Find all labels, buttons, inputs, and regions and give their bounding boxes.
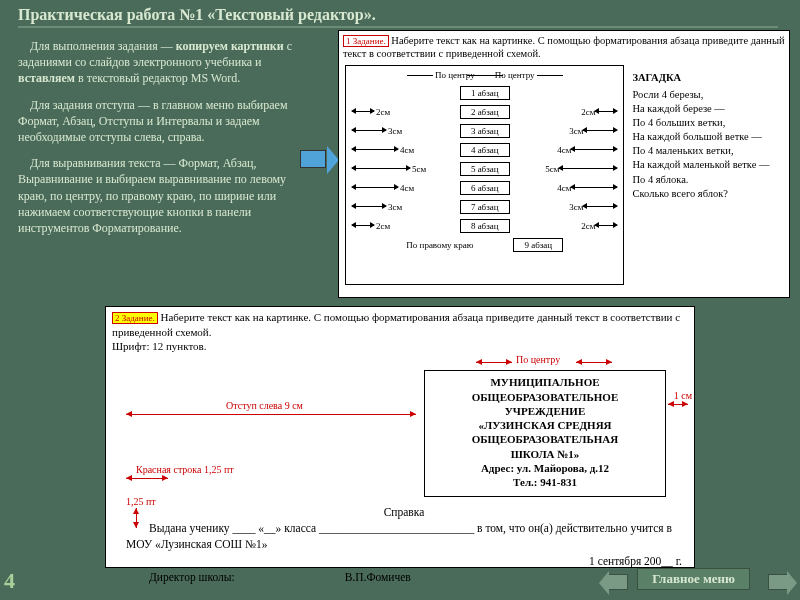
- paragraph-row: 3см7 абзац3см: [352, 197, 617, 216]
- indent-arrow-icon: [583, 206, 617, 207]
- paragraph-box: 8 абзац: [460, 219, 510, 233]
- paragraph-row: 2см2 абзац2см: [352, 102, 617, 121]
- indent-label: 4см: [398, 183, 422, 193]
- annot-left-indent: Отступ слева 9 см: [226, 400, 303, 411]
- instruction-p3: Для выравнивания текста — Формат, Абзац,…: [18, 155, 318, 236]
- text: МУНИЦИПАЛЬНОЕ: [427, 375, 663, 389]
- paragraph-row: 1 абзац: [352, 83, 617, 102]
- indent-label: 3см: [386, 126, 410, 136]
- riddle-line: По 4 больших ветки,: [632, 116, 783, 130]
- indent-arrow-icon: [595, 225, 617, 226]
- indent-arrow-icon: [571, 187, 617, 188]
- indent-label: 2см: [374, 107, 398, 117]
- indent-label: 2см: [571, 107, 595, 117]
- indent-arrow-icon: [571, 149, 617, 150]
- text-bold: вставляем: [18, 71, 75, 85]
- indent-arrow-icon: [352, 187, 398, 188]
- text: ОБЩЕОБРАЗОВАТЕЛЬНОЕ: [427, 390, 663, 404]
- instructions-block: Для выполнения задания — копируем картин…: [18, 38, 318, 246]
- paragraph-box: 2 абзац: [460, 105, 510, 119]
- indent-label: 4см: [398, 145, 422, 155]
- indent-label: 5см: [410, 164, 434, 174]
- red-arrow-icon: [668, 404, 688, 405]
- red-arrow-icon: [576, 362, 612, 363]
- task1-header: 1 Задание. Наберите текст как на картинк…: [339, 31, 789, 63]
- text: «ЛУЗИНСКАЯ СРЕДНЯЯ: [427, 418, 663, 432]
- task2-font-note: Шрифт: 12 пунктов.: [112, 340, 207, 352]
- instruction-p2: Для задания отступа — в главном меню выб…: [18, 97, 318, 146]
- paragraph-box: 3 абзац: [460, 124, 510, 138]
- paragraph-box: 7 абзац: [460, 200, 510, 214]
- instruction-p1: Для выполнения задания — копируем картин…: [18, 38, 318, 87]
- text: Для выполнения задания —: [30, 39, 176, 53]
- nav-back-button[interactable]: [608, 574, 628, 590]
- riddle-block: ЗАГАДКА Росли 4 березы,На каждой березе …: [624, 65, 783, 285]
- indent-arrow-icon: [352, 130, 386, 131]
- paragraph-row: 5см5 абзац5см: [352, 159, 617, 178]
- riddle-title: ЗАГАДКА: [632, 71, 783, 85]
- annot-center: По центру: [516, 354, 560, 365]
- spravka-title: Справка: [126, 504, 682, 520]
- indent-arrow-icon: [583, 130, 617, 131]
- indent-arrow-icon: [352, 206, 386, 207]
- indent-arrow-icon: [352, 225, 374, 226]
- paragraph-row: 4см6 абзац4см: [352, 178, 617, 197]
- title-underline: [18, 26, 778, 28]
- paragraph-row: 4см4 абзац4см: [352, 140, 617, 159]
- paragraph-box: 4 абзац: [460, 143, 510, 157]
- red-arrow-icon: [126, 478, 168, 479]
- paragraph-row: 3см3 абзац3см: [352, 121, 617, 140]
- red-arrow-icon: [476, 362, 512, 363]
- riddle-line: На каждой березе —: [632, 102, 783, 116]
- center-label-right: По центру: [495, 70, 535, 80]
- right-align-label: По правому краю: [406, 240, 473, 250]
- task1-panel: 1 Задание. Наберите текст как на картинк…: [338, 30, 790, 298]
- indent-label: 4см: [547, 183, 571, 193]
- text: Тел.: 941-831: [427, 475, 663, 489]
- letterhead-block: МУНИЦИПАЛЬНОЕ ОБЩЕОБРАЗОВАТЕЛЬНОЕ УЧРЕЖД…: [424, 370, 666, 496]
- annot-redline: Красная строка 1,25 пт: [136, 464, 234, 475]
- paragraph-box: 6 абзац: [460, 181, 510, 195]
- text: в текстовый редактор MS Word.: [75, 71, 240, 85]
- riddle-line: Росли 4 березы,: [632, 88, 783, 102]
- indent-label: 2см: [374, 221, 398, 231]
- indent-arrow-icon: [559, 168, 617, 169]
- indent-arrow-icon: [352, 168, 410, 169]
- indent-label: 2см: [571, 221, 595, 231]
- red-arrow-icon: [126, 414, 416, 415]
- task2-label: 2 Задание.: [112, 312, 158, 324]
- indent-arrow-icon: [352, 149, 398, 150]
- task1-label: 1 Задание.: [343, 35, 389, 47]
- riddle-line: На каждой маленькой ветке —: [632, 158, 783, 172]
- task2-panel: 2 Задание. Наберите текст как на картинк…: [105, 306, 695, 568]
- riddle-line: Сколько всего яблок?: [632, 187, 783, 201]
- task2-header: 2 Задание. Наберите текст как на картинк…: [106, 307, 694, 356]
- indent-arrow-icon: [352, 111, 374, 112]
- spravka-date: 1 сентября 200__ г.: [126, 553, 682, 569]
- indent-label: 3см: [386, 202, 410, 212]
- text: УЧРЕЖДЕНИЕ: [427, 404, 663, 418]
- indent-label: 5см: [535, 164, 559, 174]
- main-menu-button[interactable]: Главное меню: [637, 568, 750, 590]
- paragraph-box: 5 абзац: [460, 162, 510, 176]
- indent-label: 3см: [559, 126, 583, 136]
- text: ОБЩЕОБРАЗОВАТЕЛЬНАЯ: [427, 432, 663, 446]
- arrow-right-icon: [300, 150, 326, 168]
- paragraph-box: 1 абзац: [460, 86, 510, 100]
- task2-text: Наберите текст как на картинке. С помощь…: [112, 311, 680, 338]
- indent-label: 4см: [547, 145, 571, 155]
- paragraph-box-9: 9 абзац: [513, 238, 563, 252]
- annot-right-margin: 1 см: [674, 390, 692, 401]
- task2-scheme: По центру Отступ слева 9 см 1 см Красная…: [106, 356, 694, 571]
- riddle-line: По 4 яблока.: [632, 173, 783, 187]
- riddle-line: На каждой большой ветке —: [632, 130, 783, 144]
- page-title: Практическая работа №1 «Текстовый редакт…: [0, 0, 800, 26]
- text: Адрес: ул. Майорова, д.12: [427, 461, 663, 475]
- paragraph-row: 2см8 абзац2см: [352, 216, 617, 235]
- riddle-line: По 4 маленьких ветки,: [632, 144, 783, 158]
- indent-arrow-icon: [595, 111, 617, 112]
- text-bold: копируем картинки: [176, 39, 284, 53]
- page-number: 4: [4, 568, 15, 594]
- nav-forward-button[interactable]: [768, 574, 788, 590]
- director-label: Директор школы:: [149, 569, 235, 585]
